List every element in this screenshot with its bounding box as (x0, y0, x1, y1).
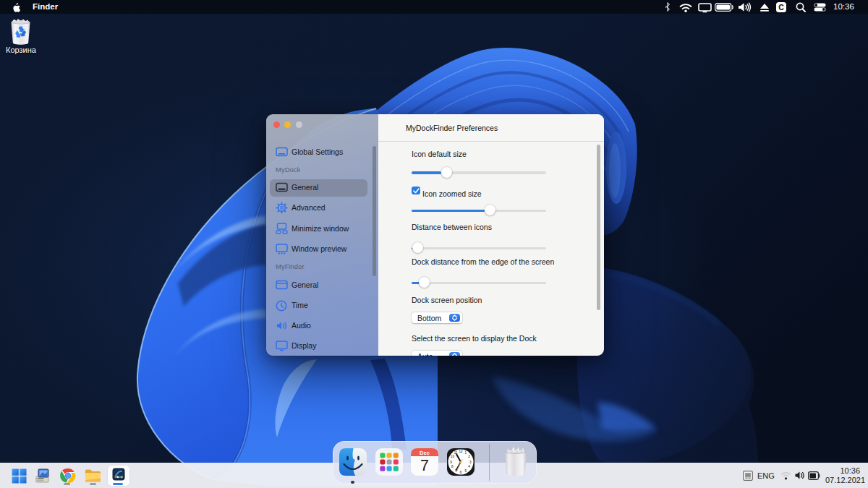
svg-text:1: 1 (465, 451, 467, 455)
svg-text:4: 4 (468, 465, 470, 468)
svg-text:7: 7 (420, 457, 429, 474)
svg-text:Dec: Dec (420, 450, 430, 456)
svg-text:6: 6 (460, 471, 462, 474)
svg-text:9: 9 (450, 461, 452, 464)
svg-text:8: 8 (451, 465, 454, 468)
svg-text:5: 5 (465, 469, 467, 473)
svg-text:3: 3 (469, 461, 472, 464)
svg-text:10: 10 (451, 455, 455, 458)
svg-text:11: 11 (454, 451, 458, 455)
svg-text:12: 12 (459, 450, 463, 453)
svg-text:2: 2 (468, 455, 470, 458)
